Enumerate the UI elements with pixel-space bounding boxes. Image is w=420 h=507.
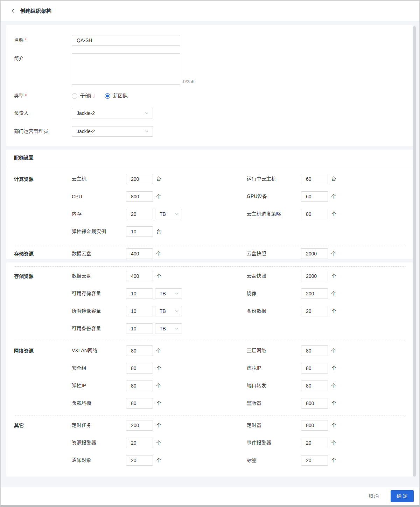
- required-asterisk: *: [25, 37, 27, 43]
- quota-value-input[interactable]: 400: [126, 271, 153, 281]
- unit-label: 个: [331, 457, 336, 464]
- unit-select[interactable]: TB: [155, 209, 182, 219]
- quota-value-input[interactable]: 20: [126, 438, 153, 448]
- quota-row: 弹性裸金属实例10台: [72, 226, 405, 237]
- quota-value-input[interactable]: 2000: [301, 271, 328, 281]
- type-field-row: 类型* 子部门 新团队: [14, 93, 405, 99]
- scrollbar-thumb[interactable]: [413, 26, 416, 477]
- unit-label: 个: [331, 211, 336, 217]
- unit-label: 个: [156, 348, 161, 354]
- quota-field-label: 云盘快照: [247, 273, 301, 279]
- chevron-left-icon: [11, 9, 15, 13]
- back-button[interactable]: [10, 7, 16, 14]
- unit-select[interactable]: TB: [155, 323, 182, 334]
- owner-label: 负责人: [14, 108, 72, 118]
- owner-select[interactable]: Jackie-2: [72, 108, 153, 118]
- quota-value-input[interactable]: 800: [301, 420, 328, 431]
- unit-select[interactable]: TB: [155, 306, 182, 316]
- quota-row: 所有镜像容量10TB备份数据20个: [72, 306, 405, 316]
- unit-label: 个: [331, 308, 336, 314]
- quota-field: 弹性裸金属实例10台: [72, 226, 247, 237]
- quota-value-input[interactable]: 800: [301, 398, 328, 409]
- radio-label: 新团队: [113, 93, 128, 99]
- quota-value-input[interactable]: 80: [126, 345, 153, 356]
- quota-field: 通知对象20个: [72, 455, 247, 466]
- quota-groups-bottom: 存储资源数据云盘400个云盘快照2000个可用存储容量10TB镜像200个所有镜…: [6, 262, 413, 477]
- quota-value-input[interactable]: 80: [301, 381, 328, 391]
- quota-value-input[interactable]: 60: [301, 191, 328, 202]
- quota-field-label: 定时任务: [72, 422, 126, 429]
- quota-value-input[interactable]: 80: [301, 345, 328, 356]
- unit-label: 个: [156, 193, 161, 200]
- quota-value-input[interactable]: 200: [301, 288, 328, 299]
- quota-value-input[interactable]: 800: [126, 191, 153, 202]
- quota-row: 弹性IP80个端口转发80个: [72, 381, 405, 391]
- quota-field: 备份数据20个: [247, 306, 405, 316]
- quota-value-input[interactable]: 10: [126, 226, 153, 237]
- quota-value-input[interactable]: 10: [126, 323, 153, 334]
- name-field-row: 名称*: [14, 35, 405, 46]
- unit-label: 个: [331, 383, 336, 389]
- quota-value-input[interactable]: 80: [301, 363, 328, 374]
- quota-field-label: 备份数据: [247, 308, 301, 314]
- quota-value-input[interactable]: 60: [301, 174, 328, 184]
- unit-label: 个: [156, 440, 161, 446]
- radio-new-team[interactable]: 新团队: [105, 93, 128, 99]
- quota-field: VXLAN网络80个: [72, 345, 247, 356]
- quota-row: 云主机200台运行中云主机60台: [72, 174, 405, 184]
- admin-label: 部门运营管理员: [14, 126, 72, 137]
- quota-panel-bottom: 存储资源数据云盘400个云盘快照2000个可用存储容量10TB镜像200个所有镜…: [6, 262, 413, 477]
- quota-field: 可用备份容量10TB: [72, 323, 247, 334]
- quota-field-label: 内存: [72, 211, 126, 217]
- quota-field: 三层网络80个: [247, 345, 405, 356]
- quota-field-label: GPU设备: [247, 193, 301, 200]
- quota-value-input[interactable]: 20: [126, 209, 153, 219]
- quota-value-input[interactable]: 20: [301, 438, 328, 448]
- quota-field: 可用存储容量10TB: [72, 288, 247, 299]
- unit-select-value: TB: [160, 291, 166, 296]
- quota-panel-top: 配额设置 计算资源云主机200台运行中云主机60台CPU800个GPU设备60个…: [6, 150, 413, 259]
- quota-field: 定时器800个: [247, 420, 405, 431]
- quota-value-input[interactable]: 80: [126, 363, 153, 374]
- owner-field-row: 负责人 Jackie-2: [14, 108, 405, 118]
- scroll-area: 名称* 简介 0/256 类型* 子部门: [1, 21, 419, 487]
- quota-group: 网络资源VXLAN网络80个三层网络80个安全组80个虚拟IP80个弹性IP80…: [14, 341, 405, 416]
- quota-value-input[interactable]: 20: [126, 455, 153, 466]
- confirm-button[interactable]: 确定: [391, 490, 414, 502]
- required-asterisk: *: [25, 93, 27, 98]
- name-input[interactable]: [72, 35, 180, 46]
- radio-sub-department[interactable]: 子部门: [72, 93, 95, 99]
- quota-value-input[interactable]: 20: [301, 455, 328, 466]
- quota-category-label: 其它: [14, 420, 72, 473]
- quota-row: 通知对象20个标签20个: [72, 455, 405, 466]
- quota-value-input[interactable]: 200: [126, 174, 153, 184]
- quota-value-input[interactable]: 200: [126, 420, 153, 431]
- quota-value-input[interactable]: 400: [126, 248, 153, 259]
- quota-field-label: 定时器: [247, 422, 301, 429]
- unit-label: 台: [156, 228, 161, 235]
- quota-value-input[interactable]: 80: [301, 209, 328, 219]
- name-label: 名称*: [14, 35, 72, 46]
- radio-circle-icon: [72, 93, 77, 99]
- unit-select[interactable]: TB: [155, 288, 182, 299]
- quota-category-label: 计算资源: [14, 174, 72, 244]
- unit-label: 个: [331, 440, 336, 446]
- quota-row: 数据云盘400个云盘快照2000个: [72, 271, 405, 281]
- quota-field-label: 数据云盘: [72, 251, 126, 257]
- quota-category-label: 存储资源: [14, 271, 72, 341]
- quota-field: 负载均衡80个: [72, 398, 247, 409]
- quota-value-input[interactable]: 80: [126, 398, 153, 409]
- cancel-button[interactable]: 取消: [365, 491, 382, 501]
- intro-textarea[interactable]: [72, 53, 180, 85]
- quota-value-input[interactable]: 80: [126, 381, 153, 391]
- quota-field: 监听器800个: [247, 398, 405, 409]
- radio-label: 子部门: [80, 93, 95, 99]
- quota-value-input[interactable]: 10: [126, 288, 153, 299]
- quota-row: 资源报警器20个事件报警器20个: [72, 438, 405, 448]
- quota-row: 安全组80个虚拟IP80个: [72, 363, 405, 374]
- admin-select[interactable]: Jackie-2: [72, 126, 153, 137]
- quota-field-label: 资源报警器: [72, 440, 126, 446]
- quota-value-input[interactable]: 2000: [301, 248, 328, 259]
- quota-value-input[interactable]: 20: [301, 306, 328, 316]
- quota-value-input[interactable]: 10: [126, 306, 153, 316]
